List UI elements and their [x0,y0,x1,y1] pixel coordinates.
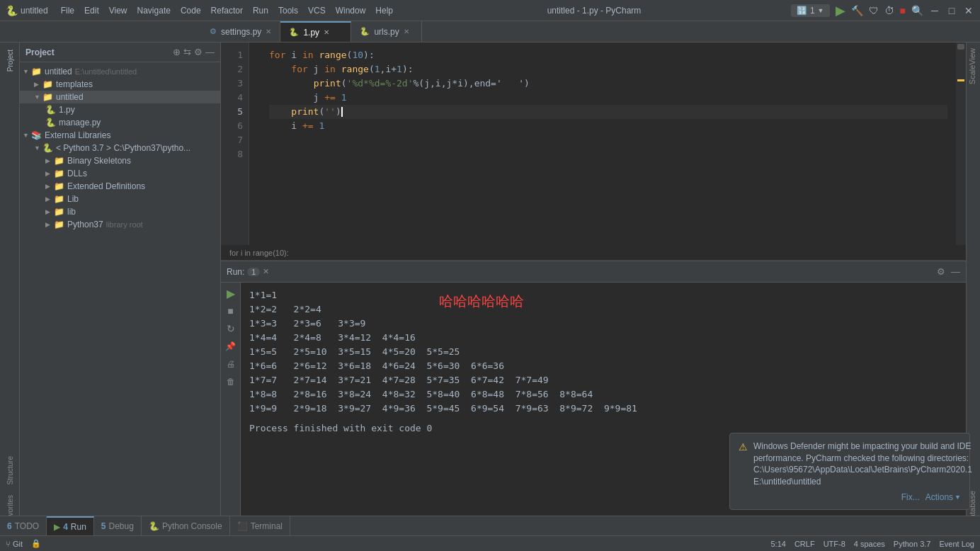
menu-edit[interactable]: Edit [80,4,103,17]
tree-dlls[interactable]: ▶ 📁 DLLs [20,167,220,180]
editor-scrollbar[interactable] [956,42,966,245]
scaleview-label[interactable]: ScaleView [967,42,980,90]
indent-indicator[interactable]: 4 spaces [854,540,885,548]
tab-urls-py[interactable]: 🐍 urls.py ✕ [351,21,422,42]
window-controls: ─ □ ✕ [929,5,974,16]
menu-file[interactable]: File [57,4,79,17]
tree-lib[interactable]: ▶ 📁 lib [20,205,220,218]
lock-icon[interactable]: 🔒 [31,539,41,548]
code-line-3: print('%d*%d=%-2d'%(j,i,j*i),end=' ') [269,76,947,91]
run-output-line-7: 1*7=7 2*7=14 3*7=21 4*7=28 5*7=35 6*7=42… [249,373,957,387]
run-config-badge[interactable]: 1 [247,268,260,276]
run-config-name: 1 [810,6,815,16]
python37-icon: 🐍 [42,143,53,153]
py37root-label: Python37 [67,220,103,229]
tree-python37-root[interactable]: ▶ 📁 Python37 library root [20,218,220,231]
tab-settings-py[interactable]: ⚙ settings.py ✕ [201,21,280,42]
tree-external-libraries[interactable]: ▼ 📚 External Libraries [20,129,220,142]
line-col-indicator[interactable]: 5:14 [771,540,786,548]
sidebar-structure-icon[interactable]: Structure [2,452,18,489]
tree-extended-definitions[interactable]: ▶ 📁 Extended Definitions [20,180,220,193]
minimize-panel-icon[interactable]: — [205,47,215,57]
maximize-button[interactable]: □ [946,5,957,16]
terminal-label: Terminal [251,521,283,531]
code-line-5: print('') [269,105,947,119]
settings-py-close[interactable]: ✕ [266,28,271,35]
tab-python-console[interactable]: 🐍 Python Console [142,516,230,535]
encoding-indicator[interactable]: UTF-8 [824,540,845,548]
menu-view[interactable]: View [105,4,132,17]
run-close-icon[interactable]: ✕ [263,267,269,276]
run-output-line-9: 1*9=9 2*9=18 3*9=27 4*9=36 5*9=45 6*9=54… [249,402,957,416]
code-text-area[interactable]: for i in range(10): for j in range(1,i+1… [261,42,956,245]
run-stop-icon[interactable]: ■ [223,303,239,319]
coverage-button[interactable]: 🛡 [869,5,879,16]
debug-num: 5 [101,521,106,531]
tab-1-py[interactable]: 🐍 1.py ✕ [280,21,351,42]
debug-label: Debug [109,521,134,531]
1-py-close[interactable]: ✕ [324,28,329,36]
sidebar-project-icon[interactable]: Project [2,45,18,76]
dlls-icon: 📁 [54,169,64,178]
run-minimize-icon[interactable]: — [951,266,960,277]
actions-button[interactable]: Actions ▼ [925,492,961,502]
python-version-indicator[interactable]: Python 3.7 [894,540,931,548]
tab-run[interactable]: ▶ 4 Run [47,516,94,535]
scroll-to-source-icon[interactable]: ⇆ [183,47,191,57]
tab-debug[interactable]: 5 Debug [94,516,142,535]
git-icon[interactable]: ⑂ Git [6,540,23,548]
dlls-label: DLLs [67,169,87,178]
close-button[interactable]: ✕ [963,5,974,16]
run-button[interactable]: ▶ [836,3,845,18]
title-app: untitled [21,6,48,16]
run-pin-icon[interactable]: 📌 [223,339,239,354]
tree-managepy[interactable]: 🐍 manage.py [20,116,220,129]
run-print-icon[interactable]: 🖨 [223,356,239,372]
root-label: untitled [45,67,72,76]
tab-terminal[interactable]: ⬛ Terminal [230,516,290,535]
templates-label: templates [56,79,93,89]
minimize-button[interactable]: ─ [929,5,940,16]
run-play-icon[interactable]: ▶ [223,285,239,301]
stop-button[interactable]: ■ [900,5,906,16]
tree-lib-cap[interactable]: ▶ 📁 Lib [20,193,220,205]
project-tree: ▼ 📁 untitled E:\untitled\untitled ▶ 📁 te… [20,62,220,530]
line-num-6: 6 [221,119,243,133]
tree-1py[interactable]: 🐍 1.py [20,103,220,116]
settings-icon[interactable]: ⚙ [194,47,203,57]
line-num-1: 1 [221,48,243,62]
run-settings-icon[interactable]: ⚙ [937,266,945,277]
line-ending-indicator[interactable]: CRLF [794,540,815,548]
tree-templates[interactable]: ▶ 📁 templates [20,78,220,91]
extdef-icon: 📁 [54,181,64,191]
tree-root-item[interactable]: ▼ 📁 untitled E:\untitled\untitled [20,65,220,78]
run-config-selector[interactable]: 🔢 1 ▼ [791,4,830,17]
add-content-icon[interactable]: ⊕ [173,47,181,57]
python-console-icon: 🐍 [149,521,159,531]
menu-window[interactable]: Window [331,4,370,17]
run-rerun-icon[interactable]: ↻ [223,321,239,336]
tree-binary-skeletons[interactable]: ▶ 📁 Binary Skeletons [20,154,220,167]
profile-button[interactable]: ⏱ [884,5,894,16]
menu-vcs[interactable]: VCS [304,4,330,17]
menu-navigate[interactable]: Navigate [133,4,175,17]
binskel-arrow: ▶ [45,157,54,164]
run-output-line-4: 1*4=4 2*4=8 3*4=12 4*4=16 [249,331,957,345]
urls-py-close[interactable]: ✕ [404,28,409,35]
event-log-indicator[interactable]: Event Log [939,540,974,548]
python-console-label: Python Console [162,521,222,531]
menu-run[interactable]: Run [249,4,273,17]
run-trash-icon[interactable]: 🗑 [223,374,239,390]
tab-todo[interactable]: 6 TODO [0,516,47,535]
menu-code[interactable]: Code [176,4,205,17]
menu-tools[interactable]: Tools [274,4,302,17]
tree-python37[interactable]: ▼ 🐍 < Python 3.7 > C:\Python37\pytho... [20,142,220,154]
tree-untitled[interactable]: ▼ 📁 untitled [20,91,220,103]
menu-help[interactable]: Help [371,4,397,17]
search-button[interactable]: 🔍 [911,5,923,16]
menu-refactor[interactable]: Refactor [207,4,247,17]
fix-link[interactable]: Fix... [901,492,920,502]
code-editor[interactable]: 1 2 3 4 5 6 7 8 [221,42,966,245]
build-button[interactable]: 🔨 [851,5,863,16]
line-num-7: 7 [221,133,243,147]
